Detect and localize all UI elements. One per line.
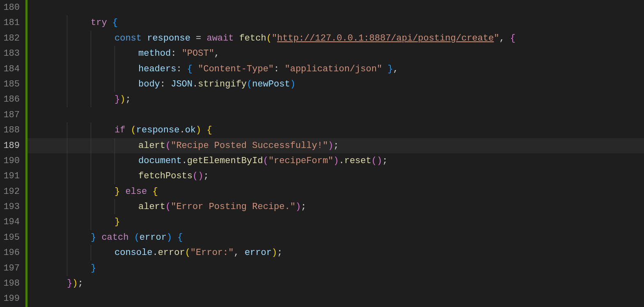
code-token: (: [193, 171, 198, 181]
code-token: "recipeForm": [268, 156, 333, 166]
code-line[interactable]: body: JSON.stringify(newPost): [28, 77, 644, 92]
code-token: if: [115, 125, 125, 135]
code-line[interactable]: try {: [28, 15, 644, 30]
code-editor[interactable]: 1801811821831841851861871881891901911921…: [0, 0, 644, 307]
code-line[interactable]: });: [28, 92, 644, 107]
code-token: document: [138, 156, 182, 166]
code-token: :: [171, 48, 176, 59]
code-token: "Error:": [190, 248, 234, 258]
code-line[interactable]: const response = await fetch("http://127…: [28, 31, 644, 46]
code-line[interactable]: headers: { "Content-Type": "application/…: [28, 61, 644, 77]
code-token: ;: [382, 156, 387, 166]
line-number: 182: [0, 31, 25, 46]
code-line[interactable]: [28, 107, 644, 123]
code-token: [239, 248, 245, 258]
line-number: 183: [0, 46, 25, 61]
line-number: 187: [0, 107, 25, 123]
code-token: stringify: [198, 79, 247, 89]
code-token: ): [196, 125, 201, 135]
code-token: ,: [214, 48, 220, 59]
code-token: ;: [277, 248, 282, 258]
line-number: 189: [0, 138, 25, 153]
code-token: method: [138, 48, 171, 59]
code-token: [201, 125, 206, 135]
line-number: 195: [0, 230, 25, 245]
code-token: headers: [138, 64, 176, 74]
code-token: error: [140, 232, 167, 243]
code-token: [107, 18, 112, 28]
code-token: [190, 33, 196, 43]
code-token: }: [115, 94, 120, 105]
code-token: await: [206, 33, 234, 43]
code-line[interactable]: }: [28, 261, 644, 276]
line-number: 186: [0, 92, 25, 107]
code-token: }: [91, 232, 96, 243]
code-token: "Content-Type": [198, 64, 274, 74]
code-token: ): [198, 171, 203, 181]
code-token: (: [266, 33, 272, 43]
line-number: 192: [0, 184, 25, 199]
code-token: fetch: [239, 33, 266, 43]
line-number: 197: [0, 261, 25, 276]
code-token: [147, 186, 152, 197]
code-token: .: [193, 79, 198, 89]
code-area[interactable]: try {const response = await fetch("http:…: [28, 0, 644, 307]
code-token: .: [179, 125, 185, 135]
code-line[interactable]: });: [28, 276, 644, 291]
code-token: }: [115, 217, 120, 227]
line-number: 188: [0, 123, 25, 138]
code-line[interactable]: [28, 0, 644, 15]
code-token: {: [112, 18, 118, 28]
code-line[interactable]: document.getElementById("recipeForm").re…: [28, 153, 644, 168]
code-token: (: [134, 232, 140, 243]
code-token: .: [152, 248, 158, 258]
code-token: ": [272, 33, 277, 43]
code-token: {: [152, 186, 158, 197]
code-token: ): [333, 156, 339, 166]
code-token: ): [328, 141, 333, 151]
code-line[interactable]: alert("Error Posting Recipe.");: [28, 199, 644, 214]
code-token: :: [160, 79, 165, 89]
code-token: ): [167, 232, 172, 243]
code-token: http://127.0.0.1:8887/api/posting/create: [277, 33, 494, 43]
code-token: fetchPosts: [138, 171, 193, 181]
code-token: :: [274, 64, 279, 74]
code-token: =: [196, 33, 201, 43]
code-line[interactable]: }: [28, 214, 644, 230]
code-token: (: [371, 156, 377, 166]
code-line[interactable]: console.error("Error:", error);: [28, 245, 644, 260]
code-token: [96, 232, 101, 243]
code-token: [193, 64, 198, 74]
code-token: {: [187, 64, 193, 74]
code-line[interactable]: if (response.ok) {: [28, 123, 644, 138]
code-token: reset: [344, 156, 371, 166]
code-token: [165, 79, 171, 89]
code-line[interactable]: method: "POST",: [28, 46, 644, 61]
line-number: 185: [0, 77, 25, 92]
code-token: JSON: [171, 79, 193, 89]
code-line[interactable]: [28, 291, 644, 306]
code-token: body: [138, 79, 160, 89]
code-line[interactable]: } else {: [28, 184, 644, 199]
code-token: ,: [393, 64, 399, 74]
code-token: (: [165, 202, 171, 212]
code-token: }: [387, 64, 393, 74]
code-token: error: [158, 248, 185, 258]
code-token: :: [176, 64, 181, 74]
code-token: ;: [78, 278, 83, 289]
code-token: .: [339, 156, 344, 166]
line-number: 199: [0, 291, 25, 306]
code-token: }: [115, 186, 120, 197]
code-token: ;: [333, 141, 339, 151]
code-line[interactable]: alert("Recipe Posted Successfully!");: [28, 138, 644, 153]
code-token: (: [131, 125, 136, 135]
code-token: [172, 232, 177, 243]
line-number: 184: [0, 61, 25, 77]
code-token: ): [377, 156, 382, 166]
code-token: "application/json": [284, 64, 382, 74]
code-line[interactable]: } catch (error) {: [28, 230, 644, 245]
code-line[interactable]: fetchPosts();: [28, 168, 644, 184]
line-number: 181: [0, 15, 25, 30]
code-token: alert: [138, 202, 165, 212]
code-token: (: [165, 141, 171, 151]
